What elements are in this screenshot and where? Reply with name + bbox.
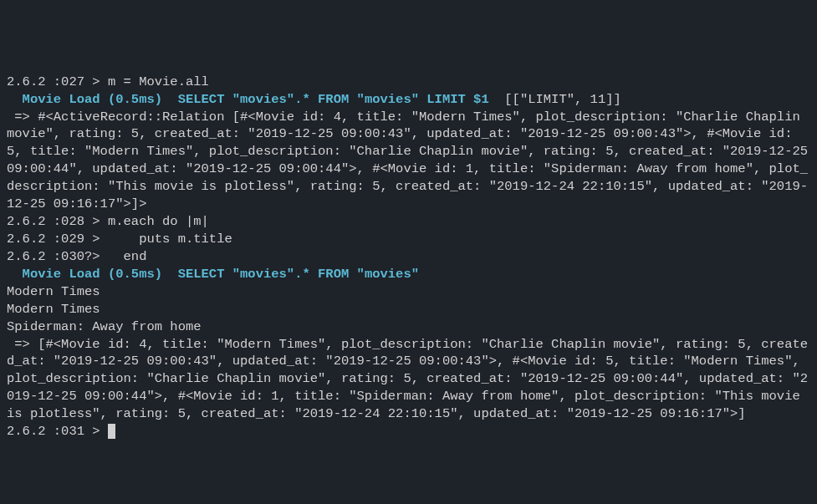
output-title-3: Spiderman: Away from home bbox=[7, 318, 810, 336]
prompt-prefix: 2.6.2 :031 > bbox=[7, 424, 108, 439]
terminal-output[interactable]: 2.6.2 :027 > m = Movie.all Movie Load (0… bbox=[7, 74, 810, 440]
command-text: m = Movie.all bbox=[108, 74, 209, 89]
sql-log-line-2: Movie Load (0.5ms) SELECT "movies".* FRO… bbox=[7, 266, 810, 283]
prompt-prefix: 2.6.2 :028 > bbox=[7, 214, 108, 229]
cursor-icon bbox=[108, 424, 115, 439]
prompt-line-031: 2.6.2 :031 > bbox=[7, 423, 810, 440]
sql-query: SELECT "movies".* FROM "movies" bbox=[178, 267, 419, 282]
output-title-1: Modern Times bbox=[7, 283, 810, 301]
prompt-prefix: 2.6.2 :029 > bbox=[7, 232, 139, 247]
sql-log-line: Movie Load (0.5ms) SELECT "movies".* FRO… bbox=[7, 91, 810, 109]
output-title-2: Modern Times bbox=[7, 301, 810, 318]
movie-load-label: Movie Load (0.5ms) bbox=[7, 92, 178, 107]
prompt-line-027: 2.6.2 :027 > m = Movie.all bbox=[7, 74, 810, 91]
prompt-line-030: 2.6.2 :030?> end bbox=[7, 248, 810, 266]
command-text: m.each do |m| bbox=[108, 214, 209, 229]
command-text: end bbox=[124, 249, 147, 264]
prompt-prefix: 2.6.2 :027 > bbox=[7, 74, 108, 89]
result-array: => [#<Movie id: 4, title: "Modern Times"… bbox=[7, 336, 810, 424]
prompt-line-028: 2.6.2 :028 > m.each do |m| bbox=[7, 213, 810, 231]
prompt-line-029: 2.6.2 :029 > puts m.title bbox=[7, 231, 810, 248]
result-relation: => #<ActiveRecord::Relation [#<Movie id:… bbox=[7, 109, 810, 214]
sql-params: [["LIMIT", 11]] bbox=[489, 92, 621, 107]
command-text: puts m.title bbox=[139, 232, 232, 247]
prompt-prefix: 2.6.2 :030?> bbox=[7, 249, 124, 264]
movie-load-label: Movie Load (0.5ms) bbox=[7, 267, 178, 282]
sql-query: SELECT "movies".* FROM "movies" LIMIT $1 bbox=[178, 92, 489, 107]
